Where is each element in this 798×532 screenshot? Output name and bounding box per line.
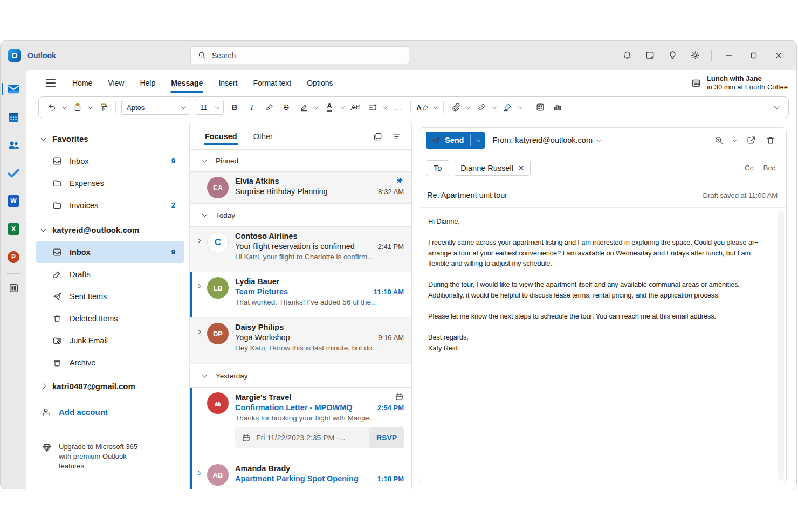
group-header-pinned[interactable]: Pinned [190,149,411,172]
remove-recipient-icon[interactable]: ✕ [518,164,525,172]
font-name-select[interactable]: Aptos [121,100,190,115]
poll-button[interactable] [549,99,566,115]
line-spacing-button[interactable] [364,99,381,115]
account-gmail-header[interactable]: katri0487@gmail.com [26,374,189,398]
font-color-button[interactable]: A [321,99,338,115]
expand-chevron[interactable] [190,232,207,267]
send-split-button[interactable]: Send [426,132,485,149]
tab-insert[interactable]: Insert [218,77,238,89]
clear-formatting-button[interactable]: Ab [347,99,364,115]
notifications-button[interactable] [616,46,638,65]
pin-icon[interactable] [395,177,404,185]
font-size-select[interactable]: 11 [195,100,224,115]
tab-help[interactable]: Help [139,77,156,89]
folder-junk-email[interactable]: Junk Email [26,329,189,351]
rail-excel-button[interactable]: X [1,215,26,243]
tab-focused[interactable]: Focused [204,130,238,143]
tips-button[interactable] [661,46,684,65]
rail-people-button[interactable] [1,131,26,159]
rsvp-button[interactable]: RSVP [369,427,404,448]
expand-chevron[interactable] [190,277,207,313]
email-row-lydia-bauer[interactable]: LB Lydia Bauer Team Pictures 11:10 AM Th… [190,272,411,318]
favorites-inbox[interactable]: Inbox 9 [26,150,189,172]
tab-message[interactable]: Message [170,77,203,89]
from-selector[interactable]: From: katyreid@outlook.com [492,136,600,144]
signature-dropdown[interactable] [516,99,525,115]
signature-button[interactable] [499,99,516,115]
tab-view[interactable]: View [107,77,125,89]
select-messages-icon[interactable] [373,132,383,142]
account-outlook-header[interactable]: katyreid@outlook.com [26,219,189,241]
upgrade-promo[interactable]: Upgrade to Microsoft 365 with premium Ou… [26,432,189,472]
tab-other[interactable]: Other [252,130,274,143]
paste-button[interactable] [69,99,86,115]
attach-dropdown[interactable] [464,99,473,115]
recipient-chip[interactable]: Dianne Russell ✕ [455,161,530,176]
email-row-margies-travel[interactable]: Margie’s Travel Confirmation Letter - MP… [190,388,411,459]
underline-button[interactable] [260,99,278,115]
minimize-button[interactable] [717,46,741,65]
attach-file-button[interactable] [447,99,464,115]
maximize-button[interactable] [741,46,766,65]
rail-powerpoint-button[interactable]: P [1,243,26,271]
scrollbar-track[interactable] [778,210,784,481]
cc-button[interactable]: Cc [745,164,754,172]
folder-drafts[interactable]: Drafts [26,263,189,285]
tab-format-text[interactable]: Format text [252,77,292,89]
rail-word-button[interactable]: W [1,187,26,215]
subject-field[interactable]: Re: Apartment unit tour [427,191,507,199]
to-button[interactable]: To [426,160,449,176]
styles-dropdown[interactable] [431,99,440,115]
email-row-amanda-brady[interactable]: AB Amanda Brady Apartment Parking Spot O… [190,459,411,489]
send-button[interactable]: Send [426,132,470,149]
discard-draft-button[interactable] [761,132,780,148]
zoom-button[interactable] [710,132,728,148]
undo-dropdown[interactable] [60,99,69,115]
highlight-dropdown[interactable] [312,99,321,115]
rail-more-apps-button[interactable] [1,276,26,300]
expand-chevron[interactable] [190,464,207,489]
rail-todo-button[interactable] [1,159,26,187]
undo-button[interactable] [43,99,60,115]
zoom-dropdown[interactable] [729,132,741,148]
open-in-new-window-button[interactable] [742,132,760,148]
format-painter-button[interactable] [95,99,112,115]
folder-deleted-items[interactable]: Deleted Items [26,307,189,329]
styles-button[interactable]: A [414,99,431,115]
paste-dropdown[interactable] [86,99,95,115]
apps-button[interactable] [532,99,549,115]
italic-button[interactable]: I [243,99,260,115]
tab-options[interactable]: Options [306,77,333,89]
strikethrough-button[interactable]: S [278,99,295,115]
hamburger-menu-button[interactable] [46,79,56,87]
more-formatting-button[interactable]: … [390,99,407,115]
expand-chevron[interactable] [190,323,207,358]
message-body-editor[interactable]: Hi Dianne, I recently came across your a… [419,208,786,483]
tab-home[interactable]: Home [72,77,93,89]
favorites-expenses[interactable]: Expenses [26,172,189,194]
my-day-button[interactable] [638,46,661,65]
send-options-dropdown[interactable] [471,132,485,149]
bcc-button[interactable]: Bcc [763,164,775,172]
rail-calendar-button[interactable] [1,103,26,131]
highlight-button[interactable] [295,99,312,115]
link-dropdown[interactable] [490,99,499,115]
group-header-today[interactable]: Today [190,203,411,227]
font-color-dropdown[interactable] [338,99,347,115]
favorites-header[interactable]: Favorites [26,128,189,150]
outlook-logo-icon[interactable]: O [8,49,21,62]
bold-button[interactable]: B [226,99,243,115]
folder-archive[interactable]: Archive [26,351,189,374]
favorites-invoices[interactable]: Invoices 2 [26,194,189,216]
search-input[interactable]: Search [190,46,409,64]
group-header-yesterday[interactable]: Yesterday [190,364,411,388]
folder-inbox-selected[interactable]: Inbox 9 [36,241,184,263]
rail-mail-button[interactable] [1,75,26,103]
insert-link-button[interactable] [473,99,490,115]
close-button[interactable] [766,46,791,65]
email-row-contoso-airlines[interactable]: C Contoso Airlines Your flight reservati… [190,227,411,272]
email-row-daisy-philips[interactable]: DP Daisy Philips Yoga Workshop 9:16 AM H… [190,318,411,364]
add-account-button[interactable]: Add account [26,398,189,425]
settings-button[interactable] [684,46,706,65]
calendar-reminder[interactable]: Lunch with Jane in 30 min at Fourth Coff… [691,74,788,92]
